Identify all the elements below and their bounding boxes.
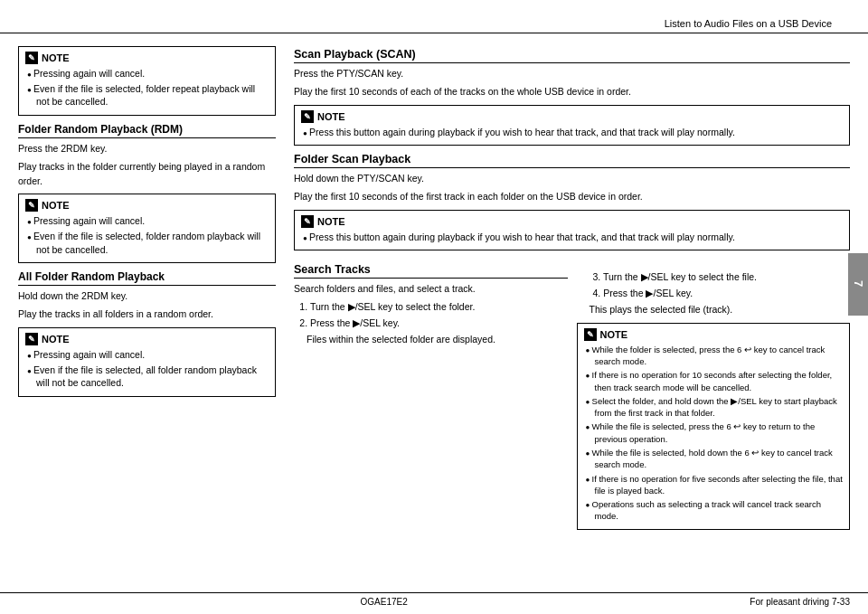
- note-item: Even if the file is selected, all folder…: [27, 364, 269, 390]
- bottom-center: OGAE17E2: [361, 597, 408, 607]
- note-title-r2: ✎ NOTE: [301, 215, 843, 228]
- note-title-r1: ✎ NOTE: [301, 110, 843, 123]
- note-title-3: ✎ NOTE: [25, 333, 269, 345]
- scan-para2: Play the first 10 seconds of each of the…: [294, 85, 850, 99]
- note-item: While the file is selected, press the 6 …: [586, 420, 844, 445]
- search-para1: Search folders and files, and select a t…: [294, 282, 568, 297]
- note-box-2: ✎ NOTE Pressing again will cancel. Even …: [18, 194, 276, 263]
- top-bar: Listen to Audio Files on a USB Device: [0, 18, 868, 33]
- note-item: Press this button again during playback …: [303, 231, 843, 244]
- note-box-1: ✎ NOTE Pressing again will cancel. Even …: [18, 46, 276, 116]
- left-column: ✎ NOTE Pressing again will cancel. Even …: [18, 41, 276, 535]
- note-icon-r2: ✎: [301, 215, 314, 228]
- note-title-2: ✎ NOTE: [25, 199, 269, 212]
- section1-para2: Play tracks in the folder currently bein…: [18, 160, 276, 189]
- right-step-2: 4. Press the ▶/SEL key.: [593, 287, 851, 301]
- right-indent: This plays the selected file (track).: [577, 303, 851, 317]
- note-box-3: ✎ NOTE Pressing again will cancel. Even …: [18, 327, 276, 397]
- right-steps: 3. Turn the ▶/SEL key to select the file…: [577, 270, 851, 301]
- search-tracks-area: Search Tracks Search folders and files, …: [294, 256, 850, 534]
- note-box-right-3: ✎ NOTE While the folder is selected, pre…: [577, 323, 851, 530]
- note-item: If there is no operation for five second…: [586, 473, 844, 497]
- section-heading-scan: Scan Playback (SCAN): [294, 48, 850, 63]
- note-icon-r1: ✎: [301, 110, 314, 123]
- note-item: Press this button again during playback …: [303, 126, 843, 139]
- note-list-3: Pressing again will cancel. Even if the …: [25, 348, 269, 390]
- note-icon-1: ✎: [25, 52, 38, 64]
- note-title-1: ✎ NOTE: [25, 52, 269, 64]
- note-box-right-1: ✎ NOTE Press this button again during pl…: [294, 105, 850, 146]
- search-tracks-left: Search Tracks Search folders and files, …: [294, 256, 568, 534]
- note-item: While the file is selected, hold down th…: [586, 447, 844, 471]
- page: Listen to Audio Files on a USB Device ✎ …: [0, 0, 868, 614]
- section2-para2: Play the tracks in all folders in a rand…: [18, 307, 276, 322]
- note-item: Pressing again will cancel.: [27, 214, 269, 228]
- right-column: Scan Playback (SCAN) Press the PTY/SCAN …: [285, 41, 850, 535]
- search-step-1: Turn the ▶/SEL key to select the folder.: [310, 300, 568, 315]
- search-step-2: Press the ▶/SEL key.: [310, 316, 568, 331]
- search-tracks-right: 3. Turn the ▶/SEL key to select the file…: [577, 256, 851, 534]
- right-step-1: 3. Turn the ▶/SEL key to select the file…: [593, 270, 851, 285]
- chapter-tab: 7: [848, 253, 868, 316]
- note-list-r3: While the folder is selected, press the …: [584, 344, 844, 523]
- content-area: ✎ NOTE Pressing again will cancel. Even …: [0, 41, 868, 535]
- note-item: Operations such as selecting a track wil…: [586, 498, 844, 523]
- note-icon-3: ✎: [25, 333, 38, 345]
- note-item: Even if the file is selected, folder ran…: [27, 230, 269, 256]
- section-heading-search: Search Tracks: [294, 263, 568, 279]
- note-list-r1: Press this button again during playback …: [301, 126, 843, 139]
- folder-scan-para2: Play the first 10 seconds of the first t…: [294, 190, 850, 204]
- note-icon-r3: ✎: [584, 328, 597, 341]
- note-box-right-2: ✎ NOTE Press this button again during pl…: [294, 210, 850, 251]
- note-list-r2: Press this button again during playback …: [301, 231, 843, 244]
- section1-para1: Press the 2RDM key.: [18, 142, 276, 156]
- note-item: Pressing again will cancel.: [27, 348, 269, 362]
- note-list-2: Pressing again will cancel. Even if the …: [25, 214, 269, 256]
- search-indent: Files within the selected folder are dis…: [294, 333, 568, 347]
- note-item: Select the folder, and hold down the ▶/S…: [586, 395, 844, 420]
- note-title-r3: ✎ NOTE: [584, 328, 844, 341]
- note-item: If there is no operation for 10 seconds …: [586, 369, 844, 393]
- note-item: While the folder is selected, press the …: [586, 344, 844, 368]
- search-steps: Turn the ▶/SEL key to select the folder.…: [294, 300, 568, 331]
- folder-scan-para1: Hold down the PTY/SCAN key.: [294, 172, 850, 186]
- top-label: Listen to Audio Files on a USB Device: [665, 18, 832, 29]
- scan-para1: Press the PTY/SCAN key.: [294, 67, 850, 81]
- section2-para1: Hold down the 2RDM key.: [18, 289, 276, 304]
- note-list-1: Pressing again will cancel. Even if the …: [25, 67, 269, 109]
- section-heading-folder-rdm: Folder Random Playback (RDM): [18, 123, 276, 138]
- section-heading-folder-scan: Folder Scan Playback: [294, 153, 850, 168]
- bottom-bar: OGAE17E2 For pleasant driving 7-33: [0, 592, 868, 607]
- section-heading-all-folder: All Folder Random Playback: [18, 270, 276, 286]
- note-item: Pressing again will cancel.: [27, 67, 269, 80]
- bottom-right: For pleasant driving 7-33: [750, 597, 850, 607]
- note-icon-2: ✎: [25, 199, 38, 212]
- note-item: Even if the file is selected, folder rep…: [27, 82, 269, 109]
